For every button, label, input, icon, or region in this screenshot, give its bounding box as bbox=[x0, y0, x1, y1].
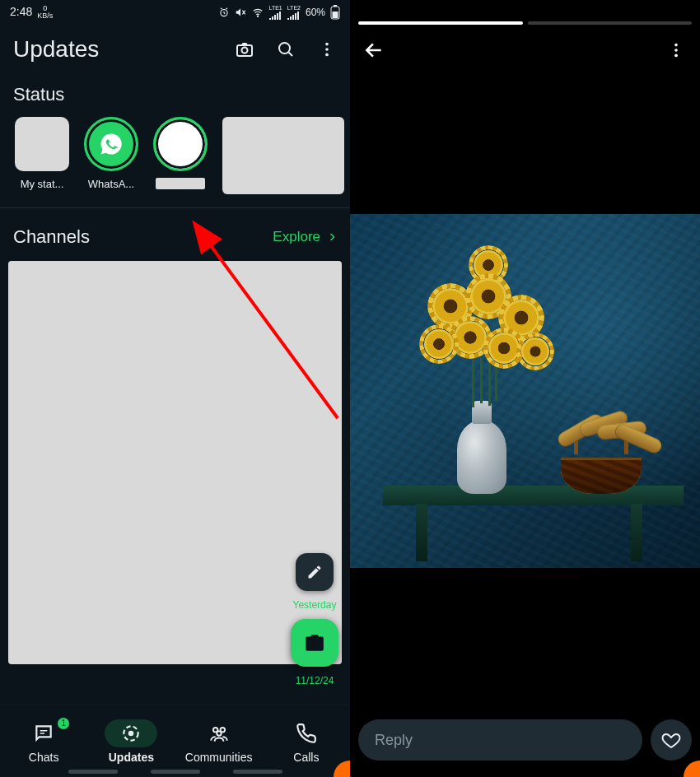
svg-point-9 bbox=[325, 48, 329, 51]
status-image[interactable] bbox=[350, 214, 700, 568]
reply-input[interactable]: Reply bbox=[358, 719, 642, 761]
whatsapp-status-ring bbox=[84, 117, 138, 171]
status-label-masked bbox=[156, 178, 205, 189]
like-button[interactable] bbox=[651, 719, 692, 761]
nav-updates[interactable]: Updates bbox=[87, 719, 175, 764]
explore-link[interactable]: Explore bbox=[273, 229, 337, 245]
contact-status-ring bbox=[153, 117, 208, 171]
status-item-whatsapp[interactable]: WhatsA... bbox=[84, 117, 138, 190]
svg-point-13 bbox=[128, 730, 134, 736]
nav-label: Communities bbox=[185, 751, 253, 764]
svg-point-1 bbox=[257, 16, 258, 16]
updates-header: Updates bbox=[0, 25, 350, 77]
reply-placeholder: Reply bbox=[375, 732, 413, 749]
whatsapp-icon bbox=[91, 123, 132, 165]
nav-calls[interactable]: Calls bbox=[263, 719, 350, 764]
status-item-contact[interactable] bbox=[153, 117, 208, 189]
more-menu-icon[interactable] bbox=[317, 40, 337, 59]
reply-bar: Reply bbox=[358, 719, 692, 761]
updates-screen: 2:48 0 KB/s LTE1 LTE2 6 bbox=[0, 0, 350, 777]
channels-header: Channels Explore bbox=[0, 208, 350, 261]
svg-point-18 bbox=[674, 49, 678, 52]
nav-chats[interactable]: 1 Chats bbox=[0, 719, 87, 764]
story-progress bbox=[350, 0, 700, 25]
corner-indicator bbox=[684, 761, 700, 777]
nav-label: Chats bbox=[29, 751, 59, 764]
camera-icon[interactable] bbox=[235, 40, 254, 59]
status-list: My stat... WhatsA... bbox=[0, 117, 350, 207]
nav-label: Updates bbox=[109, 751, 154, 764]
nav-communities[interactable]: Communities bbox=[175, 719, 263, 764]
search-icon[interactable] bbox=[276, 40, 296, 59]
fab-camera-status[interactable] bbox=[291, 619, 338, 667]
mute-icon bbox=[235, 7, 246, 18]
progress-seg-1 bbox=[358, 21, 523, 25]
status-label: WhatsA... bbox=[88, 178, 134, 190]
svg-point-19 bbox=[674, 54, 678, 58]
back-button[interactable] bbox=[362, 38, 386, 63]
fab-write-status[interactable] bbox=[296, 553, 334, 591]
gesture-bar bbox=[0, 770, 350, 774]
fab-date-yesterday: Yesterday bbox=[293, 599, 337, 611]
signal-2-icon: LTE2 bbox=[287, 5, 301, 20]
svg-point-16 bbox=[217, 731, 221, 735]
fab-stack: Yesterday 11/12/24 bbox=[291, 553, 338, 686]
chats-badge: 1 bbox=[58, 718, 69, 729]
story-header bbox=[350, 25, 700, 76]
story-more-menu[interactable] bbox=[664, 38, 688, 63]
svg-point-8 bbox=[325, 43, 329, 46]
battery-text: 60% bbox=[306, 7, 325, 18]
signal-1-icon: LTE1 bbox=[269, 5, 282, 20]
progress-seg-2 bbox=[528, 21, 693, 25]
svg-point-10 bbox=[325, 54, 329, 57]
page-title: Updates bbox=[13, 36, 235, 63]
bottom-nav: 1 Chats Updates Communities Calls bbox=[0, 705, 350, 777]
net-speed: 0 KB/s bbox=[37, 5, 53, 20]
status-item-wide[interactable] bbox=[222, 117, 344, 194]
status-section-title: Status bbox=[0, 77, 350, 117]
status-item-my-status[interactable]: My stat... bbox=[15, 117, 69, 190]
status-label: My stat... bbox=[21, 178, 64, 190]
svg-point-7 bbox=[279, 43, 290, 54]
battery-icon bbox=[330, 5, 340, 20]
clock: 2:48 bbox=[10, 5, 32, 18]
svg-point-6 bbox=[242, 48, 248, 54]
nav-label: Calls bbox=[293, 751, 319, 764]
wifi-icon bbox=[251, 7, 264, 18]
svg-point-17 bbox=[674, 44, 678, 47]
alarm-icon bbox=[218, 7, 230, 18]
svg-rect-4 bbox=[333, 12, 338, 18]
channels-title: Channels bbox=[13, 226, 90, 248]
svg-rect-3 bbox=[334, 5, 337, 7]
my-status-thumb bbox=[15, 117, 69, 171]
status-viewer-screen: Reply bbox=[350, 0, 700, 777]
fab-date-bottom: 11/12/24 bbox=[296, 675, 334, 686]
system-status-bar: 2:48 0 KB/s LTE1 LTE2 6 bbox=[0, 0, 350, 25]
